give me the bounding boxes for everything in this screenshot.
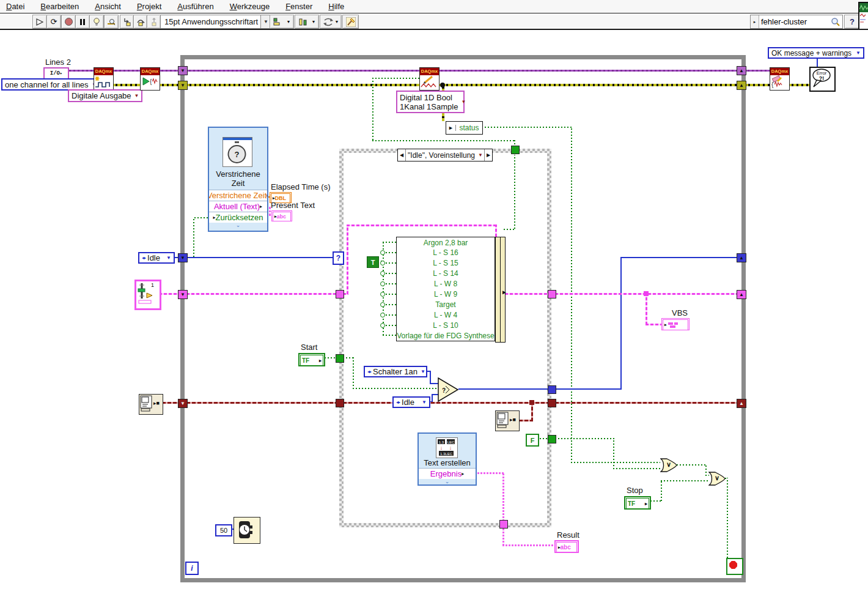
false-wire[interactable] [613, 468, 660, 469]
vi-icon[interactable] [858, 2, 868, 30]
bundle-row[interactable]: Target [396, 299, 495, 310]
bool-array-wire[interactable] [372, 78, 419, 79]
menu-projekt[interactable]: Projekt [137, 2, 161, 11]
shift-register-task-right[interactable]: ▲ [737, 66, 746, 75]
stop-wire[interactable] [661, 480, 662, 501]
step-out-button[interactable] [147, 15, 161, 29]
channel-mode-dropdown[interactable]: one channel for all lines▼ [1, 78, 100, 91]
present-text-output-row[interactable]: Aktuell (Text)▸ [209, 201, 267, 212]
dropdown-caret-icon[interactable]: ▼ [458, 99, 466, 105]
shift-register-state-left[interactable]: ▼ [178, 253, 188, 262]
menu-hilfe[interactable]: Hilfe [328, 2, 344, 11]
menu-werkzeuge[interactable]: Werkzeuge [230, 2, 270, 11]
case-tunnel-false-right[interactable] [548, 435, 556, 443]
error-wire[interactable] [186, 84, 419, 86]
cluster-wire[interactable] [495, 225, 497, 237]
state-wire[interactable] [458, 388, 548, 390]
shift-register-task-left[interactable]: ▼ [178, 66, 188, 75]
bool-array-wire[interactable] [514, 155, 515, 229]
menu-ausfuehren[interactable]: Ausführen [177, 2, 213, 11]
string-wire[interactable] [502, 544, 554, 546]
bool-array-wire[interactable] [372, 140, 515, 141]
cluster-wire[interactable] [505, 293, 548, 295]
start-wire[interactable] [353, 357, 354, 389]
bool-array-wire[interactable] [372, 78, 373, 140]
dropdown-caret-icon[interactable]: ▼ [419, 399, 427, 405]
bundle-row[interactable]: L - W 8 [396, 278, 495, 289]
menu-ansicht[interactable]: Ansicht [95, 2, 121, 11]
reset-input-row[interactable]: ▸Zurücksetzen [209, 212, 267, 223]
select-function[interactable]: ? [438, 377, 460, 402]
case-next-icon[interactable]: ▶ [484, 149, 492, 161]
run-button[interactable] [32, 15, 47, 29]
false-wire[interactable] [613, 438, 614, 469]
shift-register-cluster-right[interactable]: ▲ [737, 290, 746, 299]
schalter-enum-constant[interactable]: ◂▸ Schalter 1an▼ [364, 366, 427, 377]
dropdown-caret-icon[interactable]: ▼ [131, 93, 139, 98]
true-wire[interactable] [383, 335, 396, 336]
cluster-wire[interactable] [645, 324, 661, 325]
io-constant[interactable]: I/O▸ [43, 67, 69, 80]
daqmx-create-channel-node[interactable]: DAQmx [94, 67, 114, 91]
case-tunnel-start[interactable] [336, 354, 344, 363]
step-over-button[interactable] [133, 15, 147, 29]
vi-reference-constant[interactable]: ▸■ [139, 394, 163, 415]
loop-condition-terminal[interactable] [726, 558, 743, 575]
vi-reference-constant-2[interactable]: ▸■ [495, 410, 520, 431]
status-wire[interactable] [571, 462, 660, 463]
select-input-wire[interactable] [432, 394, 433, 403]
error-wire[interactable] [159, 84, 178, 86]
ref-wire[interactable] [186, 402, 336, 404]
task-wire[interactable] [438, 70, 737, 72]
status-wire[interactable] [482, 127, 572, 128]
bool-array-wire[interactable] [504, 229, 514, 230]
state-wire[interactable] [555, 388, 622, 390]
state-wire[interactable] [620, 257, 737, 258]
bundle-row[interactable]: L - W 9 [396, 289, 495, 300]
task-wire[interactable] [159, 70, 178, 72]
task-wire[interactable] [186, 70, 419, 72]
case-tunnel-cluster-right[interactable] [548, 290, 556, 299]
case-selector-terminal[interactable]: ? [333, 251, 344, 265]
vbs-indicator[interactable]: ▸ [661, 318, 690, 330]
bundle-row[interactable]: L - S 10 [396, 320, 495, 331]
cluster-wire[interactable] [645, 294, 647, 325]
case-tunnel-ref-left[interactable] [336, 399, 344, 407]
dropdown-caret-icon[interactable]: ▼ [417, 369, 425, 374]
step-into-button[interactable] [120, 15, 134, 29]
case-tunnel-bool-top[interactable] [511, 146, 520, 154]
or-wire[interactable] [677, 464, 707, 466]
write-selector-dropdown[interactable]: Digital 1D Bool 1Kanal 1Sample ▼ [396, 91, 465, 113]
wait-ms-constant[interactable]: 50 [215, 524, 232, 536]
shift-register-error-right[interactable]: ▲ [737, 81, 746, 90]
shift-register-state-right[interactable]: ▲ [737, 253, 746, 262]
false-wire[interactable] [555, 438, 614, 439]
bundle-row[interactable]: L - S 14 [396, 268, 495, 279]
shift-register-error-left[interactable]: ▼ [178, 81, 188, 90]
reorder-button[interactable]: ▼ [320, 15, 342, 29]
channel-type-dropdown[interactable]: Digitale Ausgabe▼ [68, 89, 142, 102]
search-box[interactable]: ▸ [750, 15, 843, 29]
shift-register-ref-left[interactable]: ▼ [178, 399, 188, 408]
run-continuously-button[interactable]: ⟳ [46, 15, 61, 29]
error-wire[interactable] [438, 84, 737, 86]
cluster-wire[interactable] [347, 225, 497, 226]
case-tunnel-state-right[interactable] [548, 385, 556, 394]
retain-wire-values-button[interactable] [104, 15, 119, 29]
task-wire[interactable] [745, 70, 770, 72]
error-wire[interactable] [112, 84, 140, 86]
pause-button[interactable] [75, 15, 90, 29]
loop-condition-wire[interactable] [727, 478, 728, 558]
font-selector[interactable]: 15pt Anwendungsschriftart ▼ [160, 15, 271, 29]
dropdown-caret-icon[interactable]: ▼ [163, 255, 171, 261]
start-terminal[interactable]: TF▸ [298, 353, 325, 366]
present-text-indicator[interactable]: ▸abc [271, 210, 292, 221]
error-mode-wire[interactable] [817, 59, 818, 67]
dropdown-caret-icon[interactable]: ▼ [853, 50, 861, 56]
select-input-wire[interactable] [430, 383, 438, 384]
select-input-wire[interactable] [430, 371, 431, 384]
case-tunnel-string-bottom[interactable] [499, 520, 508, 529]
string-wire[interactable] [474, 472, 504, 474]
daqmx-clear-task-node[interactable]: DAQmx { [770, 67, 790, 91]
task-wire[interactable] [112, 70, 140, 72]
